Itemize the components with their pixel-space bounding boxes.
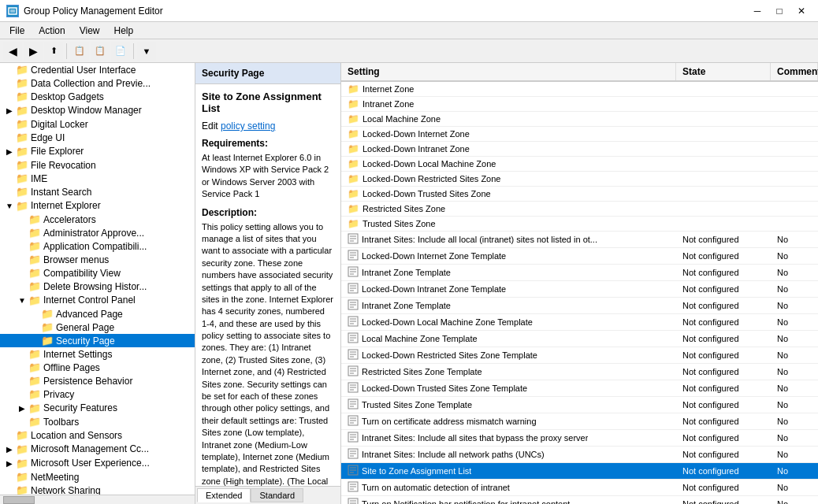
table-row[interactable]: 📁Locked-Down Intranet Zone [341,142,818,157]
sidebar-item-file-revocation[interactable]: 📁 File Revocation [0,158,195,172]
sidebar-item-file-explorer[interactable]: ▶ 📁 File Explorer [0,144,195,158]
menu-file[interactable]: File [3,24,31,38]
folder-icon: 📁 [28,388,41,400]
policy-icon [348,481,359,494]
sidebar-item-microsoft-user-experience[interactable]: ▶ 📁 Microsoft User Experience... [0,456,195,470]
sidebar-item-delete-browsing-history[interactable]: 📁 Delete Browsing Histor... [0,280,195,293]
toolbar-up[interactable]: ⬆ [44,42,63,61]
table-row[interactable]: Intranet Zone TemplateNot configuredNo [341,265,818,281]
tab-extended[interactable]: Extended [197,488,251,502]
table-row[interactable]: Intranet Sites: Include all network path… [341,447,818,463]
expander-icon[interactable]: ▼ [16,294,28,306]
requirements-section: Requirements: At least Internet Explorer… [202,138,334,201]
sidebar-item-security-features[interactable]: ▶ 📁 Security Features [0,401,195,415]
sidebar-item-microsoft-management[interactable]: ▶ 📁 Microsoft Management Cc... [0,442,195,456]
table-row[interactable]: 📁Local Machine Zone [341,112,818,127]
sidebar-item-ime[interactable]: 📁 IME [0,172,195,185]
table-row[interactable]: Restricted Sites Zone TemplateNot config… [341,364,818,380]
table-row[interactable]: 📁Trusted Sites Zone [341,217,818,232]
table-row[interactable]: Turn on automatic detection of intranetN… [341,480,818,496]
sidebar-item-netmeeting[interactable]: 📁 NetMeeting [0,470,195,484]
tab-standard[interactable]: Standard [251,488,303,502]
folder-icon: 📁 [28,213,41,225]
folder-icon: 📁 [28,267,41,279]
table-row[interactable]: Intranet Sites: Include all sites that b… [341,430,818,447]
table-row[interactable]: Locked-Down Local Machine Zone TemplateN… [341,314,818,331]
sidebar-item-toolbars[interactable]: 📁 Toolbars [0,415,195,428]
close-button[interactable]: ✕ [791,4,812,18]
table-row[interactable]: Local Machine Zone TemplateNot configure… [341,331,818,347]
table-row[interactable]: 📁Locked-Down Trusted Sites Zone [341,187,818,202]
table-row[interactable]: 📁Intranet Zone [341,97,818,112]
sidebar-item-location-and-sensors[interactable]: 📁 Location and Sensors [0,428,195,442]
sidebar-item-desktop-window-manager[interactable]: ▶ 📁 Desktop Window Manager [0,103,195,117]
table-row[interactable]: Intranet Sites: Include all local (intra… [341,232,818,248]
sidebar-item-security-page[interactable]: 📁 Security Page [0,334,195,347]
folder-icon: 📁 [28,416,41,428]
sidebar-item-application-compat[interactable]: 📁 Application Compatibili... [0,239,195,253]
folder-icon: 📁 [16,429,28,441]
menu-action[interactable]: Action [32,24,71,38]
toolbar-filter[interactable]: ▼ [137,42,156,61]
sidebar-item-internet-settings[interactable]: 📁 Internet Settings [0,347,195,361]
sidebar-item-administrator-approved[interactable]: 📁 Administrator Approve... [0,226,195,239]
toolbar-forward[interactable]: ▶ [24,42,43,61]
table-row[interactable]: Locked-Down Restricted Sites Zone Templa… [341,347,818,364]
expander-icon[interactable]: ▶ [3,104,16,117]
folder-icon: 📁 [16,186,28,198]
policy-link[interactable]: policy setting [221,120,275,132]
expander-icon[interactable]: ▶ [3,145,16,158]
table-row[interactable]: Site to Zone Assignment ListNot configur… [341,463,818,480]
toolbar-copy[interactable]: 📋 [70,42,89,61]
table-row[interactable]: 📁Restricted Sites Zone [341,202,818,217]
menu-help[interactable]: Help [108,24,140,38]
table-row[interactable]: Locked-Down Intranet Zone TemplateNot co… [341,281,818,298]
table-row[interactable]: 📁Locked-Down Restricted Sites Zone [341,172,818,187]
expander-icon[interactable]: ▶ [16,402,28,414]
toolbar-back[interactable]: ◀ [3,42,22,61]
table-row[interactable]: Intranet Zone TemplateNot configuredNo [341,298,818,314]
middle-panel-footer: Extended Standard [195,486,340,504]
table-row[interactable]: Locked-Down Trusted Sites Zone TemplateN… [341,380,818,397]
right-panel: Setting State Comment 📁Internet Zone📁Int… [341,63,818,504]
expander-icon[interactable]: ▼ [3,199,16,212]
sidebar-item-browser-menus[interactable]: 📁 Browser menus [0,253,195,266]
sidebar-item-offline-pages[interactable]: 📁 Offline Pages [0,361,195,374]
sidebar-item-internet-explorer[interactable]: ▼ 📁 Internet Explorer [0,198,195,213]
policy-icon [348,250,359,262]
sidebar-item-persistence-behavior[interactable]: 📁 Persistence Behavior [0,374,195,387]
middle-header-title: Security Page [202,68,264,79]
expander-icon[interactable]: ▶ [3,457,16,469]
expander-icon[interactable]: ▶ [3,443,16,455]
table-row[interactable]: 📁Locked-Down Local Machine Zone [341,157,818,172]
minimize-button[interactable]: ─ [747,4,768,18]
sidebar-item-digital-locker[interactable]: 📁 Digital Locker [0,117,195,131]
table-row[interactable]: 📁Internet Zone [341,82,818,97]
folder-icon: 📁 [16,132,28,143]
toolbar-paste[interactable]: 📋 [91,42,110,61]
sidebar-item-desktop-gadgets[interactable]: 📁 Desktop Gadgets [0,90,195,103]
sidebar-item-advanced-page[interactable]: 📁 Advanced Page [0,307,195,321]
sidebar-item-accelerators[interactable]: 📁 Accelerators [0,213,195,226]
sidebar-item-data-collection[interactable]: 📁 Data Collection and Previe... [0,76,195,90]
toolbar-properties[interactable]: 📄 [111,42,130,61]
sidebar-item-general-page[interactable]: 📁 General Page [0,321,195,334]
folder-icon: 📁 [16,105,28,117]
table-row[interactable]: Trusted Sites Zone TemplateNot configure… [341,397,818,413]
table-row[interactable]: Turn on Notification bar notification fo… [341,496,818,504]
folder-icon: 📁 [348,83,359,94]
table-row[interactable]: 📁Locked-Down Internet Zone [341,127,818,142]
sidebar-item-credential-user-interface[interactable]: 📁 Credential User Interface [0,63,195,76]
folder-icon: 📁 [16,77,28,89]
sidebar-item-edge-ui[interactable]: 📁 Edge UI [0,131,195,144]
sidebar-item-instant-search[interactable]: 📁 Instant Search [0,185,195,198]
right-panel-header: Setting State Comment [341,63,818,82]
maximize-button[interactable]: □ [769,4,790,18]
sidebar-item-compatibility-view[interactable]: 📁 Compatibility View [0,266,195,280]
table-row[interactable]: Turn on certificate address mismatch war… [341,413,818,430]
sidebar-item-privacy[interactable]: 📁 Privacy [0,387,195,401]
sidebar-item-internet-control-panel[interactable]: ▼ 📁 Internet Control Panel [0,293,195,307]
menu-view[interactable]: View [73,24,106,38]
policy-icon [348,299,359,312]
table-row[interactable]: Locked-Down Internet Zone TemplateNot co… [341,248,818,265]
